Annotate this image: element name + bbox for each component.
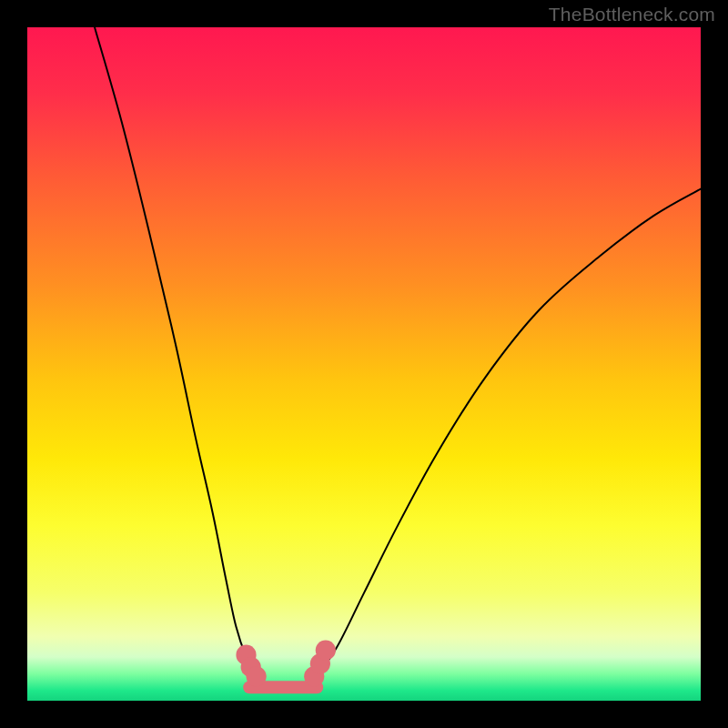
series-right-curve	[317, 189, 701, 676]
curves-layer	[27, 27, 701, 701]
chart-frame: TheBottleneck.com	[0, 0, 728, 728]
series-left-curve	[95, 27, 257, 676]
plot-area	[27, 27, 701, 701]
bottom-band-marker-5	[316, 640, 336, 660]
watermark-text: TheBottleneck.com	[549, 4, 715, 25]
bottom-band-marker-2	[247, 666, 267, 686]
